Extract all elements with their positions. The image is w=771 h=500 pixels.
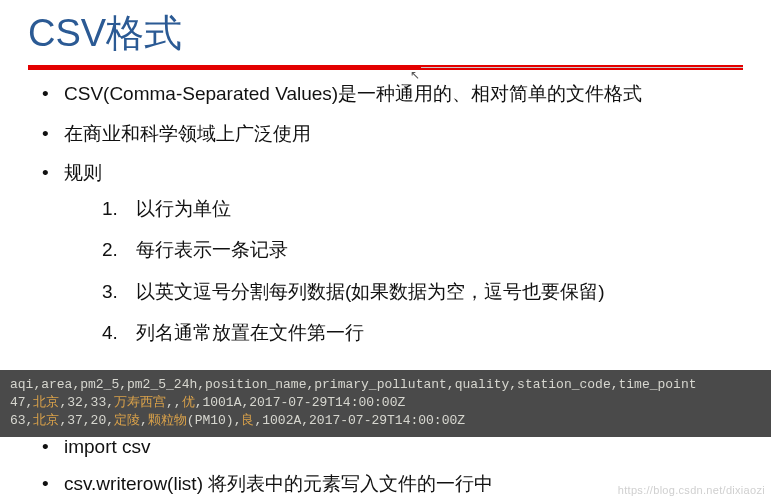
title-underline	[28, 65, 743, 70]
csv-code-example: aqi,area,pm2_5,pm2_5_24h,position_name,p…	[0, 370, 771, 437]
code-line: 63,北京,37,20,定陵,颗粒物(PM10),良,1002A,2017-07…	[10, 413, 465, 428]
rule-item: 每行表示一条记录	[102, 236, 743, 264]
rules-ordered-list: 以行为单位 每行表示一条记录 以英文逗号分割每列数据(如果数据为空，逗号也要保留…	[64, 195, 743, 347]
watermark: https://blog.csdn.net/dixiaozi	[618, 484, 765, 496]
main-bullet-list: CSV(Comma-Separated Values)是一种通用的、相对简单的文…	[28, 80, 743, 347]
bullet-item: import csv	[38, 434, 728, 461]
rule-item: 以英文逗号分割每列数据(如果数据为空，逗号也要保留)	[102, 278, 743, 306]
slide: CSV格式 ↖ CSV(Comma-Separated Values)是一种通用…	[0, 0, 771, 500]
slide-title: CSV格式	[28, 8, 743, 59]
rule-item: 以行为单位	[102, 195, 743, 223]
bullet-item: CSV(Comma-Separated Values)是一种通用的、相对简单的文…	[38, 80, 743, 108]
bullet-label: 规则	[64, 162, 102, 183]
bullet-item: 在商业和科学领域上广泛使用	[38, 120, 743, 148]
code-line: 47,北京,32,33,万寿西宫,,优,1001A,2017-07-29T14:…	[10, 395, 405, 410]
bullet-item-rules: 规则 以行为单位 每行表示一条记录 以英文逗号分割每列数据(如果数据为空，逗号也…	[38, 159, 743, 347]
rule-item: 列名通常放置在文件第一行	[102, 319, 743, 347]
code-line: aqi,area,pm2_5,pm2_5_24h,position_name,p…	[10, 377, 697, 392]
